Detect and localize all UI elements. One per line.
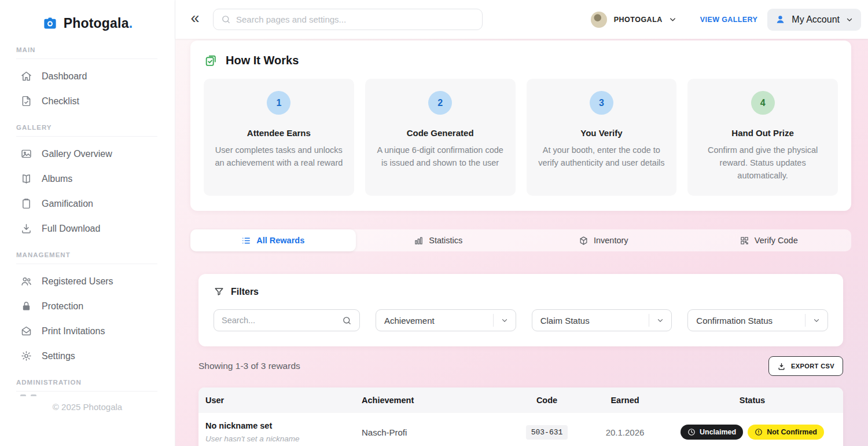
chevron-down-icon — [806, 316, 827, 324]
global-search[interactable] — [213, 9, 483, 30]
content: How It Works 1 Attendee Earns User compl… — [175, 39, 868, 446]
tab-bar: All Rewards Statistics Inventory Verify … — [190, 229, 851, 251]
lock-icon — [20, 300, 32, 312]
section-label-main: MAIN — [16, 46, 157, 59]
workspace-name[interactable]: PHOTOGALA — [614, 16, 663, 24]
tab-statistics[interactable]: Statistics — [356, 229, 521, 251]
collapse-sidebar-icon[interactable]: « — [186, 11, 204, 28]
sidebar: Photogala. MAIN Dashboard Checklist GALL… — [0, 0, 175, 446]
earned-cell: 20.1.2026 — [582, 427, 668, 437]
list-icon — [241, 236, 251, 246]
logo[interactable]: Photogala. — [0, 0, 175, 38]
sidebar-item-protection[interactable]: Protection — [0, 294, 175, 319]
tab-label: Statistics — [429, 236, 462, 245]
sidebar-item-label: Gamification — [42, 199, 93, 209]
step-description: Confirm and give the physical reward. St… — [697, 144, 829, 182]
status-badge-label: Unclaimed — [700, 428, 736, 436]
table-row[interactable]: No nickname set User hasn't set a nickna… — [198, 413, 843, 446]
status-badge-not-confirmed: Not Confirmed — [748, 425, 824, 440]
chevron-down-icon — [494, 316, 516, 324]
tab-all-rewards[interactable]: All Rewards — [190, 229, 356, 251]
how-it-works-card: How It Works 1 Attendee Earns User compl… — [190, 41, 851, 211]
column-header-user: User — [205, 396, 362, 405]
chevron-down-icon[interactable] — [668, 15, 677, 24]
sidebar-item-label: Gallery Overview — [42, 149, 112, 159]
sidebar-item-label: Dashboard — [42, 71, 87, 82]
step-number: 1 — [267, 91, 290, 115]
claim-status-select[interactable]: Claim Status — [532, 309, 672, 331]
export-csv-label: EXPORT CSV — [791, 363, 834, 370]
table-header: User Achievement Code Earned Status — [198, 387, 843, 413]
view-gallery-link[interactable]: VIEW GALLERY — [700, 16, 757, 24]
section-label-management: MANAGEMENT — [16, 251, 157, 264]
achievement-select[interactable]: Achievement — [376, 309, 516, 331]
my-account-button[interactable]: My Account — [767, 9, 861, 31]
results-row: Showing 1-3 of 3 rewards EXPORT CSV — [198, 356, 843, 376]
workspace-avatar[interactable] — [591, 12, 607, 28]
section-title: How It Works — [226, 54, 299, 67]
sidebar-item-label: Full Download — [42, 224, 100, 234]
clock-icon — [687, 428, 696, 436]
funnel-icon — [214, 286, 225, 297]
column-header-earned: Earned — [582, 396, 668, 405]
sidebar-item-settings[interactable]: Settings — [0, 343, 175, 368]
sidebar-item-gamification[interactable]: Gamification — [0, 191, 175, 216]
results-summary: Showing 1-3 of 3 rewards — [198, 361, 300, 371]
step-description: At your booth, enter the code to verify … — [536, 144, 668, 169]
export-csv-button[interactable]: EXPORT CSV — [768, 356, 843, 376]
users-icon — [20, 275, 32, 287]
step-description: User completes tasks and unlocks an achi… — [213, 144, 345, 169]
chevron-down-icon — [845, 16, 854, 24]
copy-check-icon — [204, 53, 218, 68]
step-title: Code Generated — [374, 128, 506, 138]
status-cell: Unclaimed Not Confirmed — [668, 425, 836, 440]
envelope-icon — [20, 325, 32, 337]
section-label-gallery: GALLERY — [16, 124, 157, 137]
sidebar-item-checklist[interactable]: Checklist — [0, 89, 175, 114]
tab-inventory[interactable]: Inventory — [521, 229, 686, 251]
sidebar-item-label: Settings — [42, 351, 75, 361]
download-icon — [777, 362, 786, 371]
step-title: Attendee Earns — [213, 128, 345, 138]
sidebar-item-albums[interactable]: Albums — [0, 166, 175, 191]
section-label-administration: ADMINISTRATION — [16, 379, 157, 392]
sidebar-item-label: Albums — [42, 174, 72, 184]
sidebar-item-print-invitations[interactable]: Print Invitations — [0, 319, 175, 343]
home-icon — [20, 70, 32, 82]
package-icon — [579, 236, 589, 246]
brand-name: Photogala. — [64, 16, 133, 31]
filter-search[interactable] — [214, 309, 360, 331]
user-cell: No nickname set User hasn't set a nickna… — [205, 421, 362, 443]
global-search-input[interactable] — [236, 14, 475, 24]
sidebar-item-full-download[interactable]: Full Download — [0, 216, 175, 241]
status-badge-unclaimed: Unclaimed — [681, 425, 743, 440]
column-header-code: Code — [512, 396, 582, 405]
filters-card: Filters Achievement Claim Status — [198, 274, 843, 346]
step-number: 2 — [428, 91, 452, 115]
column-header-achievement: Achievement — [362, 396, 512, 405]
filter-search-input[interactable] — [222, 316, 337, 325]
sidebar-item-dashboard[interactable]: Dashboard — [0, 64, 175, 89]
column-header-status: Status — [668, 396, 836, 405]
step-number: 4 — [751, 91, 775, 115]
step-description: A unique 6-digit confirmation code is is… — [374, 144, 506, 169]
step-number: 3 — [590, 91, 613, 115]
topbar-right: PHOTOGALA VIEW GALLERY My Account — [591, 9, 861, 31]
sidebar-item-registered-users[interactable]: Registered Users — [0, 269, 175, 294]
tab-label: Inventory — [594, 236, 628, 245]
alert-circle-icon — [755, 428, 763, 436]
qr-code-icon — [740, 236, 749, 246]
sidebar-item-label: Protection — [42, 301, 83, 312]
tab-verify-code[interactable]: Verify Code — [686, 229, 852, 251]
user-icon — [775, 14, 786, 25]
user-name: No nickname set — [205, 421, 362, 430]
confirmation-status-select[interactable]: Confirmation Status — [687, 309, 828, 331]
image-icon — [20, 148, 32, 160]
step-code-generated: 2 Code Generated A unique 6-digit confir… — [365, 79, 516, 196]
clipboard-icon — [20, 198, 32, 210]
steps: 1 Attendee Earns User completes tasks an… — [204, 79, 838, 196]
rewards-table: User Achievement Code Earned Status No n… — [198, 387, 843, 446]
my-account-label: My Account — [792, 14, 840, 25]
sidebar-item-gallery-overview[interactable]: Gallery Overview — [0, 141, 175, 166]
code-value: 503-631 — [526, 425, 568, 440]
